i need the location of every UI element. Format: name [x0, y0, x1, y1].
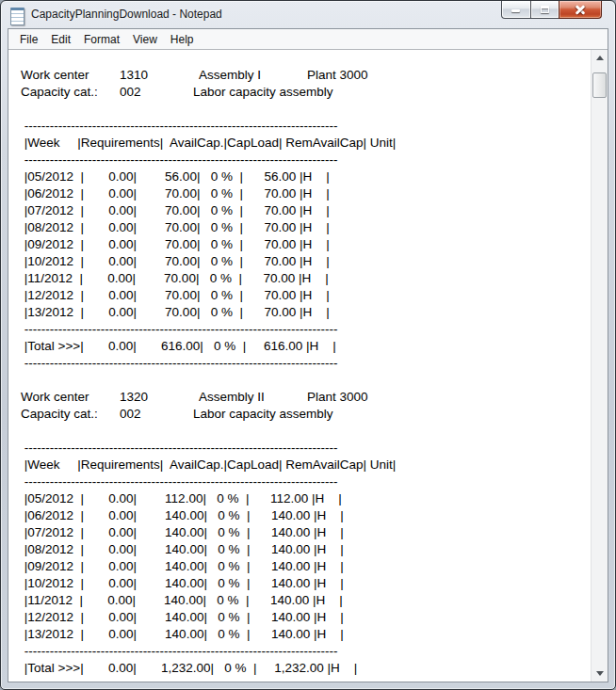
document-line: |09/2012 | 0.00| 140.00| 0 % | 140.00 |H…	[21, 558, 591, 575]
document-line: |Total >>>| 0.00| 1,232.00| 0 % | 1,232.…	[21, 660, 591, 677]
document-line: |05/2012 | 0.00| 112.00| 0 % | 112.00 |H…	[21, 490, 591, 507]
document-line: |11/2012 | 0.00| 140.00| 0 % | 140.00 |H…	[21, 592, 591, 609]
document-line: |07/2012 | 0.00| 140.00| 0 % | 140.00 |H…	[21, 524, 591, 541]
document-line: |Week |Requirements| AvailCap.|CapLoad| …	[21, 135, 591, 152]
scrollbar-up-button[interactable]	[592, 50, 608, 66]
document-line	[21, 423, 591, 440]
scrollbar-down-button[interactable]	[592, 666, 608, 682]
document-line: |08/2012 | 0.00| 140.00| 0 % | 140.00 |H…	[21, 541, 591, 558]
menu-item-format[interactable]: Format	[77, 30, 126, 49]
document-line: Work center1320Assembly IIPlant 3000	[21, 389, 591, 406]
close-button[interactable]	[559, 1, 602, 19]
document-line: Capacity cat.:002Labor capacity assembly	[21, 406, 591, 423]
document-line: |Week |Requirements| AvailCap.|CapLoad| …	[21, 457, 591, 473]
notepad-window: CapacityPlanningDownload - Notepad FileE…	[0, 0, 616, 690]
title-bar[interactable]: CapacityPlanningDownload - Notepad	[1, 1, 615, 28]
notepad-icon[interactable]	[10, 8, 24, 25]
menu-item-view[interactable]: View	[126, 30, 164, 49]
document-line: ----------------------------------------…	[21, 440, 591, 457]
document-line: Capacity cat.:002Labor capacity assembly	[21, 84, 591, 101]
window-title: CapacityPlanningDownload - Notepad	[31, 1, 222, 28]
client-area: FileEditFormatViewHelp Work center1310As…	[8, 28, 608, 682]
document-line: ----------------------------------------…	[21, 321, 591, 338]
document-line: ----------------------------------------…	[21, 355, 591, 372]
document-line: |06/2012 | 0.00| 70.00| 0 % | 70.00 |H |	[21, 185, 591, 202]
document-line: ----------------------------------------…	[21, 643, 591, 660]
menu-item-edit[interactable]: Edit	[44, 30, 77, 49]
minimize-button[interactable]	[501, 1, 531, 19]
document-line: |12/2012 | 0.00| 140.00| 0 % | 140.00 |H…	[21, 609, 591, 626]
window-controls	[502, 1, 602, 19]
document-line: |Total >>>| 0.00| 616.00| 0 % | 616.00 |…	[21, 338, 591, 355]
document-line: Work center1310Assembly IPlant 3000	[21, 67, 591, 84]
menu-item-file[interactable]: File	[13, 30, 44, 49]
maximize-icon	[541, 6, 549, 13]
document-line	[21, 50, 591, 67]
document-line: ----------------------------------------…	[21, 118, 591, 135]
menu-item-help[interactable]: Help	[164, 30, 201, 49]
document-line: |11/2012 | 0.00| 70.00| 0 % | 70.00 |H |	[21, 270, 591, 287]
document-line: ----------------------------------------…	[21, 473, 591, 490]
document-line: |13/2012 | 0.00| 140.00| 0 % | 140.00 |H…	[21, 626, 591, 643]
text-editor[interactable]: Work center1310Assembly IPlant 3000Capac…	[8, 50, 608, 682]
arrow-up-icon	[596, 56, 604, 60]
document-line: |08/2012 | 0.00| 70.00| 0 % | 70.00 |H |	[21, 219, 591, 236]
maximize-button[interactable]	[530, 1, 559, 19]
document-line: |06/2012 | 0.00| 140.00| 0 % | 140.00 |H…	[21, 507, 591, 524]
document-line: ----------------------------------------…	[21, 152, 591, 168]
document-line	[21, 372, 591, 389]
document-line: |10/2012 | 0.00| 140.00| 0 % | 140.00 |H…	[21, 575, 591, 592]
minimize-icon	[511, 9, 520, 12]
document-line: |10/2012 | 0.00| 70.00| 0 % | 70.00 |H |	[21, 253, 591, 270]
arrow-down-icon	[596, 671, 604, 676]
document-line: |05/2012 | 0.00| 56.00| 0 % | 56.00 |H |	[21, 168, 591, 185]
document-line	[21, 101, 591, 118]
document-line: |13/2012 | 0.00| 70.00| 0 % | 70.00 |H |	[21, 304, 591, 321]
document-content: Work center1310Assembly IPlant 3000Capac…	[8, 50, 591, 682]
scrollbar-thumb[interactable]	[592, 72, 607, 98]
menu-bar: FileEditFormatViewHelp	[8, 29, 608, 50]
document-line: |07/2012 | 0.00| 70.00| 0 % | 70.00 |H |	[21, 202, 591, 219]
document-line: ----------------------------------------…	[21, 677, 591, 682]
vertical-scrollbar[interactable]	[591, 50, 608, 682]
document-line: |09/2012 | 0.00| 70.00| 0 % | 70.00 |H |	[21, 236, 591, 253]
document-line: |12/2012 | 0.00| 70.00| 0 % | 70.00 |H |	[21, 287, 591, 304]
